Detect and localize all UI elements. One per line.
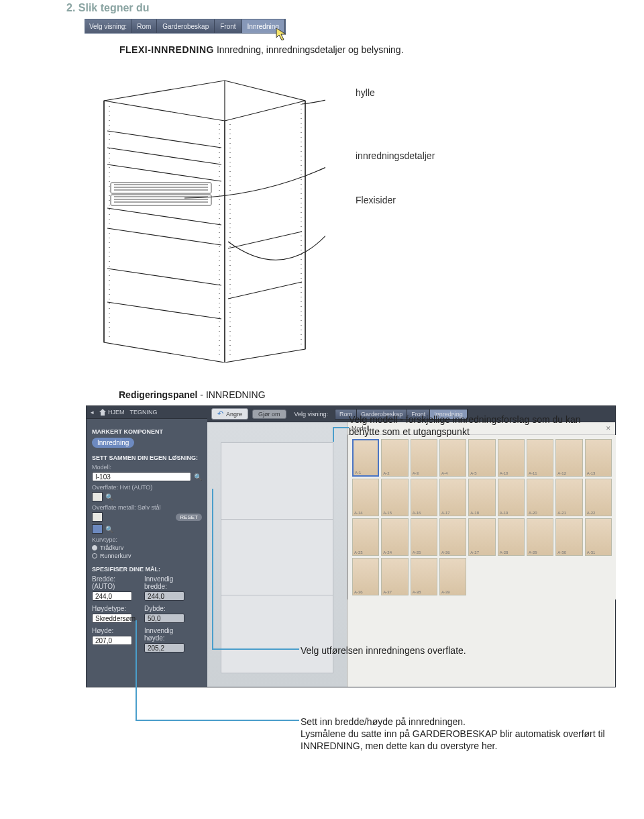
gallery-thumb[interactable]: A-16 bbox=[411, 479, 437, 516]
overflate-label: Overflate: Hvit (AUTO) bbox=[92, 484, 202, 491]
gallery-thumb-label: A-5 bbox=[470, 471, 476, 475]
gallery-thumb[interactable]: A-10 bbox=[498, 439, 525, 477]
svg-line-24 bbox=[228, 282, 302, 299]
svg-rect-16 bbox=[111, 195, 211, 205]
gallery-thumb-label: A-12 bbox=[557, 471, 566, 475]
gallery-thumb[interactable]: A-23 bbox=[352, 518, 379, 556]
gallery-thumb[interactable]: A-3 bbox=[411, 439, 437, 477]
modell-input[interactable]: I-103 bbox=[92, 472, 191, 481]
svg-marker-0 bbox=[276, 28, 286, 40]
gallery-thumb-label: A-37 bbox=[383, 590, 392, 594]
svg-line-8 bbox=[107, 131, 221, 148]
gallery-thumb[interactable]: A-24 bbox=[381, 518, 408, 556]
gallery-thumb-label: A-16 bbox=[413, 511, 421, 515]
section-markert-komponent: MARKERT KOMPONENT bbox=[92, 428, 202, 435]
gallery-thumb[interactable]: A-18 bbox=[468, 479, 495, 516]
gallery-thumb[interactable]: A-5 bbox=[468, 439, 495, 477]
gallery-thumb[interactable]: A-28 bbox=[498, 518, 525, 556]
innv-hoyde-label: Innvendig høyde: bbox=[144, 627, 193, 642]
bredde-input[interactable]: 244,0 bbox=[92, 591, 132, 601]
svg-line-14 bbox=[107, 302, 221, 319]
gallery-thumb[interactable]: A-4 bbox=[439, 439, 466, 477]
reset-button[interactable]: RESET bbox=[176, 514, 202, 521]
search-icon[interactable]: 🔍 bbox=[105, 526, 113, 533]
gallery-thumb-label: A-3 bbox=[413, 471, 419, 475]
gallery-thumb[interactable]: A-29 bbox=[527, 518, 553, 556]
close-icon[interactable]: ✕ bbox=[606, 425, 611, 432]
radio-dot-icon bbox=[92, 545, 97, 550]
tab-garderobeskap[interactable]: Garderobeskap bbox=[157, 19, 215, 33]
panel-title-rest: - INNREDNING bbox=[197, 389, 265, 400]
gallery-thumb-label: A-11 bbox=[529, 471, 537, 475]
gallery-thumb[interactable]: A-19 bbox=[498, 479, 525, 516]
metall-swatch-alt[interactable] bbox=[92, 524, 103, 534]
gallery-thumb-label: A-13 bbox=[587, 471, 596, 475]
note-dims: Sett inn bredde/høyde på innredningen. L… bbox=[301, 716, 616, 753]
gallery-thumb[interactable]: A-26 bbox=[439, 518, 466, 556]
gallery-thumb[interactable]: A-37 bbox=[381, 558, 408, 595]
gallery-thumb-label: A-23 bbox=[354, 550, 363, 555]
hoyde-input[interactable]: 207,0 bbox=[92, 636, 132, 645]
gallery-thumb[interactable]: A-11 bbox=[527, 439, 553, 477]
gallery-thumb[interactable]: A-30 bbox=[555, 518, 582, 556]
radio-dot-icon bbox=[92, 553, 97, 559]
svg-line-5 bbox=[104, 101, 225, 121]
leader-line bbox=[333, 427, 334, 442]
search-icon[interactable]: 🔍 bbox=[105, 493, 113, 501]
panel-title: Redigeringspanel - INNREDNING bbox=[119, 389, 266, 400]
gallery-thumb[interactable]: A-12 bbox=[555, 439, 582, 477]
radio-label: Trådkurv bbox=[100, 544, 123, 551]
svg-line-9 bbox=[107, 148, 221, 164]
hoydetype-input[interactable]: Skreddersøm bbox=[92, 614, 132, 623]
redo-button[interactable]: Gjør om bbox=[252, 410, 286, 419]
overflate-metall-label: Overflate metall: Sølv stål bbox=[92, 504, 202, 511]
radio-tradkurv[interactable]: Trådkurv bbox=[92, 544, 202, 551]
search-icon[interactable]: 🔍 bbox=[194, 473, 202, 481]
viewport-shelves bbox=[221, 442, 333, 673]
gallery-thumb-label: A-14 bbox=[354, 511, 363, 515]
panel-title-bold: Redigeringspanel bbox=[119, 389, 197, 400]
nav-prev-icon[interactable]: ◂ bbox=[91, 409, 94, 416]
note-surface: Velg utførelsen innredningens overflate. bbox=[301, 644, 466, 657]
radio-runnerkurv[interactable]: Runnerkurv bbox=[92, 552, 202, 559]
gallery-thumb-label: A-20 bbox=[529, 511, 537, 515]
gallery-thumb-label: A-15 bbox=[383, 511, 392, 515]
gallery-thumb[interactable]: A-1 bbox=[352, 439, 379, 477]
gallery-thumb-label: A-4 bbox=[441, 471, 447, 475]
gallery-thumb[interactable]: A-17 bbox=[439, 479, 466, 516]
metall-swatch[interactable] bbox=[92, 512, 103, 522]
home-icon bbox=[99, 409, 106, 416]
component-pill[interactable]: Innredning bbox=[92, 438, 134, 448]
hoydetype-label: Høydetype: bbox=[92, 605, 140, 612]
gallery-thumb[interactable]: A-2 bbox=[381, 439, 408, 477]
redo-label: Gjør om bbox=[258, 411, 280, 418]
gallery-thumb[interactable]: A-14 bbox=[352, 479, 379, 516]
tab-rom[interactable]: Rom bbox=[131, 19, 157, 33]
gallery-thumb-label: A-21 bbox=[557, 511, 566, 515]
svg-line-11 bbox=[107, 208, 221, 225]
gallery-thumb[interactable]: A-39 bbox=[439, 558, 466, 595]
gallery-thumb[interactable]: A-36 bbox=[352, 558, 379, 595]
gallery-thumb[interactable]: A-15 bbox=[381, 479, 408, 516]
caption-bold: FLEXI-INNREDNING bbox=[119, 44, 214, 55]
gallery-thumb[interactable]: A-13 bbox=[585, 439, 612, 477]
overflate-swatch[interactable] bbox=[92, 492, 103, 501]
nav-home[interactable]: HJEM bbox=[99, 409, 125, 416]
tab-front[interactable]: Front bbox=[215, 19, 241, 33]
gallery-thumb-label: A-39 bbox=[441, 590, 450, 594]
gallery-thumb[interactable]: A-21 bbox=[555, 479, 582, 516]
gallery-thumb[interactable]: A-22 bbox=[585, 479, 612, 516]
note-model: Velg modell - forskjellige innredningsfo… bbox=[349, 414, 604, 438]
leader-line bbox=[136, 720, 299, 721]
wardrobe-illustration bbox=[91, 67, 325, 363]
gallery-thumb[interactable]: A-20 bbox=[527, 479, 553, 516]
gallery-thumb-label: A-17 bbox=[441, 511, 450, 515]
gallery-thumb[interactable]: A-31 bbox=[585, 518, 612, 556]
gallery-thumb[interactable]: A-38 bbox=[411, 558, 437, 595]
undo-icon: ↶ bbox=[217, 410, 223, 418]
gallery-thumb[interactable]: A-25 bbox=[411, 518, 437, 556]
innv-bredde-value: 244,0 bbox=[144, 591, 184, 601]
gallery-thumb[interactable]: A-27 bbox=[468, 518, 495, 556]
nav-tegning[interactable]: TEGNING bbox=[130, 409, 158, 416]
undo-button[interactable]: ↶Angre bbox=[211, 408, 248, 420]
